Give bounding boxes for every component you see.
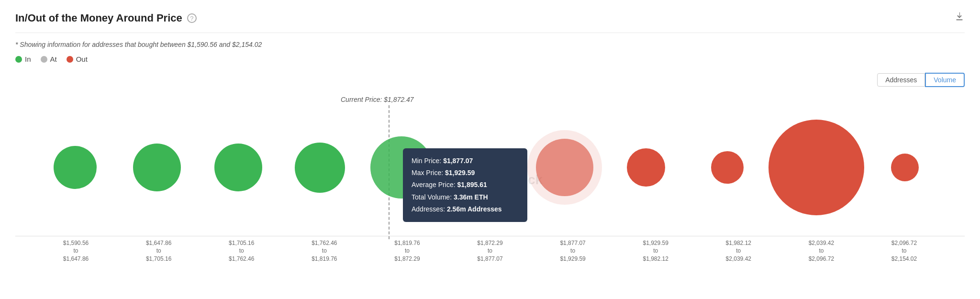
x-label-6: $1,877.07to$1,929.59 <box>532 236 614 263</box>
legend-label-in: In <box>25 55 31 63</box>
x-label-10: $2,096.72to$2,154.02 <box>863 236 946 263</box>
bubble-col-1 <box>116 110 197 225</box>
tooltip-min-price-value: $1,877.07 <box>443 157 473 165</box>
chart-area: Current Price: $1,872.47 🔷 IntoTheBlock <box>15 91 965 268</box>
subtitle: * Showing information for addresses that… <box>15 41 965 48</box>
bubble-3 <box>295 143 345 193</box>
help-icon[interactable]: ? <box>187 13 197 23</box>
bubble-1 <box>133 144 181 191</box>
tooltip-total-vol-value: 3.36m ETH <box>454 193 488 201</box>
legend-dot-at <box>41 56 47 63</box>
legend-label-at: At <box>50 55 57 63</box>
page-container: In/Out of the Money Around Price ? * Sho… <box>0 0 980 279</box>
x-axis: $1,590.56to$1,647.86$1,647.86to$1,705.16… <box>15 236 965 263</box>
legend-label-out: Out <box>76 55 88 63</box>
addresses-button[interactable]: Addresses <box>877 73 925 87</box>
tooltip-avg-price-value: $1,895.61 <box>457 181 487 188</box>
bubble-col-9 <box>768 110 864 225</box>
bubble-col-6 <box>523 110 605 225</box>
bubble-2 <box>214 144 262 191</box>
tooltip-min-price: Min Price: $1,877.07 <box>412 155 519 167</box>
bubble-col-2 <box>198 110 279 225</box>
header: In/Out of the Money Around Price ? <box>15 11 965 33</box>
bubble-col-0 <box>34 110 116 225</box>
current-price-label: Current Price: $1,872.47 <box>341 96 414 103</box>
legend-dot-out <box>67 56 73 63</box>
tooltip-addresses-label: Addresses: <box>412 205 445 213</box>
x-label-3: $1,762.46to$1,819.76 <box>283 236 366 263</box>
legend: In At Out <box>15 55 965 63</box>
header-left: In/Out of the Money Around Price ? <box>15 12 197 24</box>
bubble-7 <box>627 148 665 187</box>
volume-button[interactable]: Volume <box>925 73 965 87</box>
bubble-col-7 <box>605 110 687 225</box>
tooltip: Min Price: $1,877.07 Max Price: $1,929.5… <box>403 148 527 222</box>
x-label-9: $2,039.42to$2,096.72 <box>780 236 863 263</box>
tooltip-avg-price-label: Average Price: <box>412 181 456 188</box>
bubble-col-10 <box>864 110 946 225</box>
tooltip-max-price: Max Price: $1,929.59 <box>412 167 519 179</box>
download-icon[interactable] <box>954 11 965 25</box>
bubble-10 <box>891 154 919 181</box>
bubble-6 <box>536 139 593 196</box>
x-label-0: $1,590.56to$1,647.86 <box>34 236 117 263</box>
legend-item-in: In <box>15 55 31 63</box>
bubble-0 <box>54 146 97 189</box>
chart-controls: Addresses Volume <box>15 73 965 87</box>
legend-dot-in <box>15 56 22 63</box>
legend-item-out: Out <box>67 55 88 63</box>
tooltip-max-price-value: $1,929.59 <box>445 169 475 177</box>
tooltip-avg-price: Average Price: $1,895.61 <box>412 179 519 191</box>
tooltip-total-vol: Total Volume: 3.36m ETH <box>412 191 519 203</box>
bubble-9 <box>768 120 864 215</box>
page-title: In/Out of the Money Around Price <box>15 12 182 24</box>
tooltip-addresses-value: 2.56m Addresses <box>447 205 502 213</box>
x-label-7: $1,929.59to$1,982.12 <box>614 236 697 263</box>
tooltip-total-vol-label: Total Volume: <box>412 193 452 201</box>
bubble-col-3 <box>279 110 360 225</box>
bubble-col-8 <box>687 110 768 225</box>
x-label-1: $1,647.86to$1,705.16 <box>117 236 200 263</box>
tooltip-addresses: Addresses: 2.56m Addresses <box>412 203 519 215</box>
x-label-8: $1,982.12to$2,039.42 <box>697 236 780 263</box>
legend-item-at: At <box>41 55 57 63</box>
bubble-8 <box>711 151 744 184</box>
x-label-4: $1,819.76to$1,872.29 <box>366 236 448 263</box>
x-label-5: $1,872.29to$1,877.07 <box>448 236 531 263</box>
tooltip-min-price-label: Min Price: <box>412 157 441 165</box>
tooltip-max-price-label: Max Price: <box>412 169 443 177</box>
x-label-2: $1,705.16to$1,762.46 <box>200 236 283 263</box>
